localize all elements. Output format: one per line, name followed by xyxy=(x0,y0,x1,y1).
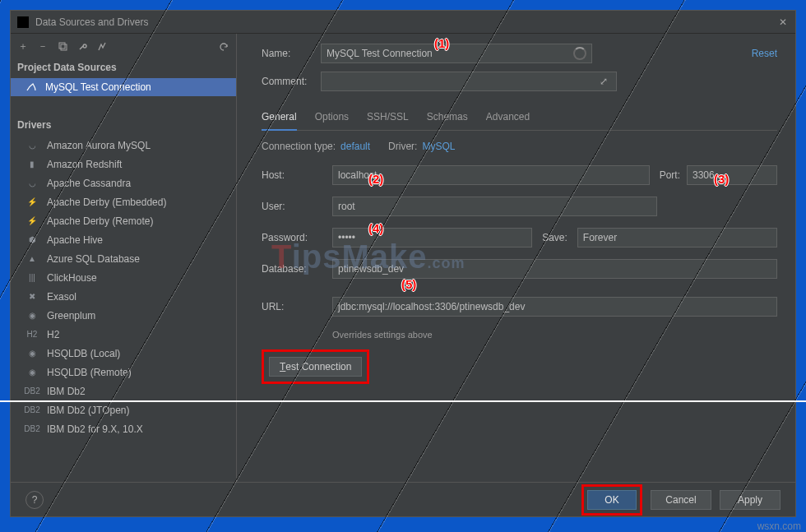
driver-label: ClickHouse xyxy=(47,272,97,284)
driver-item[interactable]: ✖Exasol xyxy=(11,287,236,306)
overrides-note: Overrides settings above xyxy=(332,330,777,340)
database-input[interactable]: ptinewsdb_dev xyxy=(332,259,777,279)
url-input[interactable]: jdbc:mysql://localhost:3306/ptinewsdb_de… xyxy=(332,297,777,317)
copy-icon[interactable] xyxy=(53,37,72,55)
driver-icon: ⚡ xyxy=(25,197,39,208)
wrench-icon[interactable] xyxy=(73,37,91,55)
datasource-item[interactable]: MySQL Test Connection xyxy=(11,78,236,96)
name-input[interactable]: MySQL Test Connection xyxy=(321,44,592,63)
section-drivers: Drivers xyxy=(11,116,236,136)
driver-icon: DB2 xyxy=(25,423,39,435)
tab-advanced[interactable]: Advanced xyxy=(486,108,530,130)
driver-icon: ⚡ xyxy=(25,215,39,227)
driver-label: IBM Db2 (JTOpen) xyxy=(47,405,129,416)
password-input[interactable]: ••••• xyxy=(332,228,532,247)
comment-label: Comment: xyxy=(262,76,321,87)
driver-icon: DB2 xyxy=(25,386,39,397)
app-icon xyxy=(17,16,29,28)
driver-label: Azure SQL Database xyxy=(47,253,140,265)
comment-input[interactable]: ⤢ xyxy=(321,72,617,91)
driver-link[interactable]: MySQL xyxy=(422,141,455,152)
driver-icon: ▮ xyxy=(25,159,39,170)
section-data-sources: Project Data Sources xyxy=(11,58,236,78)
left-toolbar: ＋ － xyxy=(11,34,236,58)
test-connection-button[interactable]: Test Connection xyxy=(269,357,362,377)
url-label: URL: xyxy=(262,301,322,312)
driver-label: Apache Hive xyxy=(47,234,103,246)
ok-button[interactable]: OK xyxy=(587,490,637,510)
driver-icon: ||| xyxy=(25,272,39,284)
user-input[interactable]: root xyxy=(332,197,657,216)
datasource-list: MySQL Test Connection xyxy=(11,78,236,96)
driver-label: Apache Cassandra xyxy=(47,178,131,189)
close-icon[interactable]: ✕ xyxy=(777,16,789,28)
host-label: Host: xyxy=(262,169,322,181)
driver-item[interactable]: ⚡Apache Derby (Embedded) xyxy=(11,192,236,211)
tab-schemas[interactable]: Schemas xyxy=(427,108,468,130)
connection-type-line: Connection type: default Driver: MySQL xyxy=(262,141,777,152)
add-icon[interactable]: ＋ xyxy=(14,37,32,55)
driver-label: Greenplum xyxy=(47,310,95,322)
driver-item[interactable]: |||ClickHouse xyxy=(11,268,236,287)
driver-item[interactable]: DB2IBM Db2 for 9.X, 10.X xyxy=(11,419,236,438)
drivers-list: Drivers ◡Amazon Aurora MySQL▮Amazon Reds… xyxy=(11,116,236,438)
port-input[interactable]: 3306 xyxy=(687,165,777,185)
dialog-footer: ? OK Cancel Apply xyxy=(11,482,795,516)
undo-icon[interactable] xyxy=(215,37,233,55)
driver-label: Amazon Redshift xyxy=(47,159,122,170)
driver-icon: ◉ xyxy=(25,367,39,378)
left-panel: ＋ － Project Data Sources xyxy=(11,34,237,482)
driver-item[interactable]: ◡Amazon Aurora MySQL xyxy=(11,136,236,155)
driver-label: Apache Derby (Embedded) xyxy=(47,197,166,208)
cancel-button[interactable]: Cancel xyxy=(651,490,711,510)
driver-label: Amazon Aurora MySQL xyxy=(47,140,151,151)
titlebar: Data Sources and Drivers ✕ xyxy=(11,11,795,34)
tab-general[interactable]: General xyxy=(262,108,297,131)
driver-item[interactable]: ▲Azure SQL Database xyxy=(11,249,236,268)
driver-label: Exasol xyxy=(47,291,76,303)
save-select[interactable]: Forever xyxy=(577,228,777,247)
port-label: Port: xyxy=(660,169,680,181)
reset-link[interactable]: Reset xyxy=(752,48,777,59)
tab-options[interactable]: Options xyxy=(315,108,349,130)
dialog-body: ＋ － Project Data Sources xyxy=(11,34,795,482)
driver-item[interactable]: ◉HSQLDB (Local) xyxy=(11,344,236,363)
driver-icon: ◡ xyxy=(25,140,39,151)
svg-rect-1 xyxy=(61,44,67,50)
driver-icon: ◉ xyxy=(25,348,39,359)
window-title: Data Sources and Drivers xyxy=(35,16,777,28)
driver-label: Apache Derby (Remote) xyxy=(47,215,153,227)
ok-highlight: OK xyxy=(581,484,642,516)
apply-button[interactable]: Apply xyxy=(720,490,781,510)
reset-schema-icon[interactable] xyxy=(93,37,111,55)
user-label: User: xyxy=(262,201,322,212)
connection-type-link[interactable]: default xyxy=(340,141,370,152)
corner-watermark: wsxn.com xyxy=(757,520,801,532)
datasource-label: MySQL Test Connection xyxy=(45,81,151,93)
name-label: Name: xyxy=(262,48,321,59)
spinner-icon xyxy=(573,47,586,60)
expand-icon[interactable]: ⤢ xyxy=(600,76,611,87)
driver-item[interactable]: ◉Greenplum xyxy=(11,306,236,325)
driver-icon: ◡ xyxy=(25,178,39,189)
driver-item[interactable]: ▮Amazon Redshift xyxy=(11,155,236,173)
driver-icon: H2 xyxy=(25,329,39,340)
save-label: Save: xyxy=(542,232,567,243)
tab-sshssl[interactable]: SSH/SSL xyxy=(367,108,409,130)
remove-icon[interactable]: － xyxy=(34,37,52,55)
password-label: Password: xyxy=(262,232,322,243)
driver-label: IBM Db2 xyxy=(47,386,86,397)
right-panel: Name: MySQL Test Connection Reset Commen… xyxy=(237,34,795,482)
driver-item[interactable]: ◡Apache Cassandra xyxy=(11,173,236,192)
driver-icon: DB2 xyxy=(25,405,39,416)
driver-item[interactable]: DB2IBM Db2 (JTOpen) xyxy=(11,400,236,419)
driver-label: HSQLDB (Remote) xyxy=(47,367,132,378)
driver-item[interactable]: ⬢Apache Hive xyxy=(11,230,236,249)
host-input[interactable]: localhost xyxy=(332,165,650,185)
test-connection-highlight: Test Connection xyxy=(262,349,369,384)
help-icon[interactable]: ? xyxy=(25,491,44,509)
driver-item[interactable]: H2H2 xyxy=(11,325,236,344)
driver-item[interactable]: DB2IBM Db2 xyxy=(11,382,236,400)
driver-item[interactable]: ⚡Apache Derby (Remote) xyxy=(11,211,236,230)
driver-item[interactable]: ◉HSQLDB (Remote) xyxy=(11,363,236,382)
